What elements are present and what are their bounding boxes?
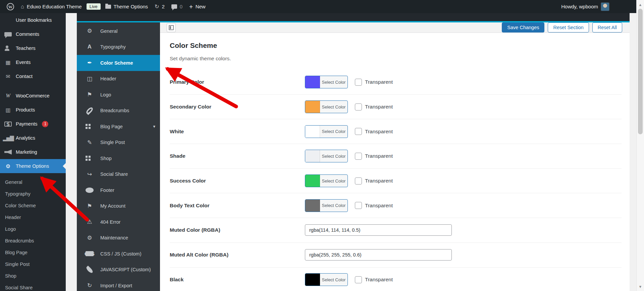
sidebar-item[interactable]: ✉ Contact <box>0 69 66 83</box>
sidebar-item[interactable]: User Bookmarks <box>0 13 66 27</box>
checkbox-icon[interactable] <box>355 103 362 111</box>
submenu-item[interactable]: Shop <box>0 270 66 282</box>
submenu-item[interactable]: Single Post <box>0 258 66 270</box>
panel-menu-item[interactable]: i Footer <box>77 182 160 198</box>
megaphone-icon <box>4 150 12 155</box>
scroll-up-icon[interactable]: ▲ <box>637 2 644 8</box>
updates-link[interactable]: ↻ 2 <box>151 0 168 13</box>
scroll-down-icon[interactable]: ▼ <box>637 284 644 290</box>
panel-menu-item[interactable]: Breadcrumbs <box>77 103 160 119</box>
checkbox-icon[interactable] <box>355 202 362 209</box>
sidebar-item[interactable]: Teachers <box>0 41 66 55</box>
transparent-checkbox[interactable]: Transparent <box>355 177 393 185</box>
panel-menu-item[interactable]: ⚠ 404 Error <box>77 214 160 230</box>
panel-menu-item[interactable]: ↻ Import / Export <box>77 278 160 291</box>
panel-menu-item[interactable]: ⚙ General <box>77 23 160 39</box>
comments-link[interactable]: 0 <box>168 0 186 13</box>
sidebar-item[interactable]: ▥ Products <box>0 103 66 117</box>
transparent-checkbox[interactable]: Transparent <box>355 79 393 86</box>
reset-all-button[interactable]: Reset All <box>592 22 622 32</box>
submenu-item[interactable]: Social Share <box>0 282 66 291</box>
site-link[interactable]: ⌂ Eduxo Education Theme <box>17 0 85 13</box>
setting-row-success-color: Success Color Select Color Transparent <box>170 169 622 194</box>
submenu-item[interactable]: General <box>0 176 66 188</box>
checkbox-label: Transparent <box>365 277 393 283</box>
flag-icon: ⚑ <box>86 91 94 98</box>
submenu-item[interactable]: Logo <box>0 223 66 235</box>
color-swatch <box>305 126 320 138</box>
panel-menu-item[interactable]: ⚙ Maintenance <box>77 230 160 246</box>
new-label: New <box>196 4 206 9</box>
submenu-item[interactable]: Typography <box>0 188 66 200</box>
wordpress-menu[interactable]: W <box>3 0 17 13</box>
checkbox-icon[interactable] <box>355 79 362 86</box>
new-content-link[interactable]: + New <box>186 0 209 13</box>
submenu-item[interactable]: Blog Page <box>0 246 66 258</box>
transparent-checkbox[interactable]: Transparent <box>355 202 393 209</box>
color-picker-button[interactable]: Select Color <box>305 273 348 286</box>
comment-count: 0 <box>180 4 182 9</box>
browser-scrollbar[interactable]: ▲ ▼ <box>636 0 644 291</box>
sidebar-item[interactable]: $ Payments 1 <box>0 117 66 131</box>
panel-menu-item[interactable]: css CSS / JS (Custom) <box>77 246 160 262</box>
panel-menu-item[interactable]: A Typography <box>77 39 160 55</box>
menu-separator[interactable] <box>0 83 66 89</box>
sidebar-toggle-button[interactable] <box>167 23 176 32</box>
transparent-checkbox[interactable]: Transparent <box>355 153 393 160</box>
sidebar-item[interactable]: Comments <box>0 27 66 41</box>
panel-menu-item[interactable]: JAVASCRIPT (Custom) <box>77 262 160 278</box>
setting-label: Black <box>170 277 305 283</box>
checkbox-label: Transparent <box>365 79 393 85</box>
comment-icon <box>4 32 12 37</box>
reset-section-button[interactable]: Reset Section <box>548 22 589 32</box>
submenu-item-label: Blog Page <box>5 250 28 255</box>
submenu-item[interactable]: Header <box>0 211 66 223</box>
panel-menu-item[interactable]: ⚑ My Account <box>77 198 160 214</box>
setting-label: Success Color <box>170 178 305 184</box>
submenu-item-label: Breadcrumbs <box>5 238 34 243</box>
transparent-checkbox[interactable]: Transparent <box>355 276 393 283</box>
submenu-item-label: Typography <box>5 191 31 197</box>
color-picker-button[interactable]: Select Color <box>305 76 348 88</box>
submenu-item[interactable]: Breadcrumbs <box>0 235 66 246</box>
admin-bar: W ⌂ Eduxo Education Theme Live Theme Opt… <box>0 0 636 13</box>
theme-options-bar-link[interactable]: Theme Options <box>102 0 152 13</box>
checkbox-icon[interactable] <box>355 153 362 160</box>
sidebar-item[interactable]: ▦ Events <box>0 55 66 69</box>
panel-menu-item[interactable]: ↪ Social Share <box>77 166 160 183</box>
account-menu[interactable]: Howdy, wpboom <box>558 0 613 13</box>
woocommerce-icon: W <box>4 93 12 98</box>
submenu-item[interactable]: Color Scheme <box>0 200 66 211</box>
panel-menu-item[interactable]: ✎ Single Post <box>77 135 160 151</box>
rgba-input[interactable] <box>305 249 452 261</box>
sidebar-item[interactable]: W WooCommerce <box>0 89 66 103</box>
color-picker-button[interactable]: Select Color <box>305 150 348 162</box>
panel-menu-item-label: Maintenance <box>100 235 128 240</box>
home-icon: ⌂ <box>21 4 24 9</box>
panel-menu-item[interactable]: ⚑ Logo <box>77 87 160 103</box>
panel-menu-item[interactable]: ✒ Color Scheme <box>77 55 160 71</box>
color-picker-button[interactable]: Select Color <box>305 199 348 212</box>
panel-menu: ⚙ General A Typography ✒ Color Scheme ◫ … <box>77 22 160 291</box>
scrollbar-thumb[interactable] <box>638 9 643 134</box>
transparent-checkbox[interactable]: Transparent <box>355 103 393 111</box>
gear-icon: ⚙ <box>86 234 94 241</box>
sidebar-item[interactable]: ⚙ Theme Options <box>0 159 66 173</box>
chevron-down-icon: ▾ <box>153 124 155 129</box>
sidebar-item-label: User Bookmarks <box>16 17 52 23</box>
transparent-checkbox[interactable]: Transparent <box>355 128 393 135</box>
checkbox-icon[interactable] <box>355 128 362 135</box>
panel-menu-item[interactable]: Shop <box>77 150 160 166</box>
panel-menu-item[interactable]: ◫ Header <box>77 71 160 87</box>
save-changes-button[interactable]: Save Changes <box>502 22 544 32</box>
rgba-input[interactable] <box>305 224 452 236</box>
checkbox-icon[interactable] <box>355 177 362 185</box>
sidebar-item[interactable]: Marketing <box>0 145 66 159</box>
sidebar-item[interactable]: ▂▅▇ Analytics <box>0 131 66 145</box>
color-picker-button[interactable]: Select Color <box>305 174 348 187</box>
color-picker-button[interactable]: Select Color <box>305 125 348 138</box>
checkbox-icon[interactable] <box>355 276 362 283</box>
color-picker-button[interactable]: Select Color <box>305 100 348 113</box>
panel-menu-item[interactable]: Blog Page ▾ <box>77 119 160 135</box>
sidebar-item-label: WooCommerce <box>16 93 49 98</box>
